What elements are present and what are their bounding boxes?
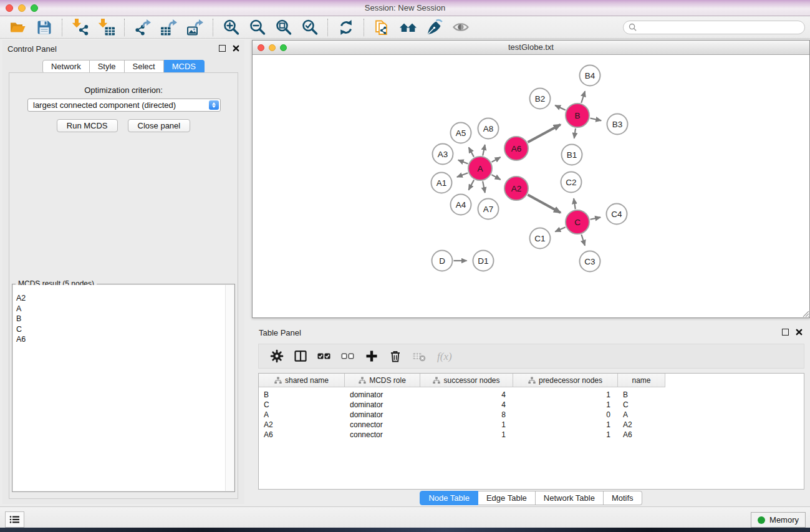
graph-node-A7[interactable]: A7 (478, 199, 499, 220)
column-header-successor-nodes[interactable]: successor nodes (420, 374, 513, 387)
column-header-MCDS-role[interactable]: MCDS role (345, 374, 420, 387)
close-network-window-button[interactable] (258, 44, 264, 51)
deselect-all-checks-icon[interactable] (341, 349, 355, 363)
resize-grip-icon[interactable] (801, 309, 809, 317)
graph-node-C1[interactable]: C1 (530, 228, 551, 249)
table-row[interactable]: A2connector11A2 (259, 420, 804, 430)
zoom-selected-icon[interactable] (301, 19, 319, 36)
graph-edge-B-B1[interactable] (574, 128, 576, 138)
import-network-icon[interactable] (72, 19, 89, 36)
graph-node-A3[interactable]: A3 (433, 144, 453, 165)
graph-edge-A6-B[interactable] (528, 125, 560, 142)
tab-network-table[interactable]: Network Table (536, 491, 604, 505)
close-window-button[interactable] (6, 4, 13, 12)
graph-node-A5[interactable]: A5 (451, 123, 471, 143)
graph-node-C3[interactable]: C3 (580, 251, 600, 272)
close-panel-icon[interactable] (233, 45, 239, 52)
result-list-item[interactable]: C (16, 324, 234, 335)
zoom-out-icon[interactable] (249, 19, 266, 36)
task-history-button[interactable] (5, 511, 24, 528)
graph-edge-B-B3[interactable] (591, 118, 602, 120)
export-table-icon[interactable] (160, 19, 178, 36)
run-mcds-button[interactable]: Run MCDS (57, 119, 118, 132)
graph-node-B[interactable]: B (566, 104, 589, 127)
select-all-checks-icon[interactable] (317, 349, 331, 363)
graph-edge-A2-C[interactable] (528, 195, 560, 213)
graph-edge-A-A8[interactable] (483, 145, 485, 155)
close-table-panel-icon[interactable] (796, 329, 803, 336)
graph-node-A6[interactable]: A6 (504, 137, 528, 160)
graph-edge-B-B4[interactable] (581, 91, 585, 103)
zoom-fit-icon[interactable] (275, 19, 292, 36)
graph-node-A1[interactable]: A1 (432, 173, 452, 193)
close-panel-button[interactable]: Close panel (128, 119, 191, 132)
table-row[interactable]: Cdominator41C (259, 400, 804, 410)
graph-node-B2[interactable]: B2 (530, 89, 551, 109)
column-header-predecessor-nodes[interactable]: predecessor nodes (513, 374, 618, 387)
graph-edge-C-C4[interactable] (591, 217, 600, 219)
graph-edge-A-A1[interactable] (457, 173, 468, 177)
graph-node-A[interactable]: A (468, 157, 492, 180)
save-session-icon[interactable] (36, 19, 53, 36)
graph-node-C2[interactable]: C2 (561, 172, 582, 193)
result-list-scrollbar[interactable] (225, 285, 234, 491)
tab-select[interactable]: Select (125, 60, 164, 74)
import-table-icon[interactable] (98, 19, 115, 36)
graph-edge-C-C2[interactable] (574, 198, 576, 209)
graph-edge-A-A6[interactable] (491, 157, 500, 162)
graph-node-B4[interactable]: B4 (580, 65, 600, 86)
table-settings-gear-icon[interactable] (270, 349, 284, 363)
graph-edge-B-B2[interactable] (555, 105, 566, 110)
show-graphics-details-icon[interactable] (426, 19, 443, 36)
tab-style[interactable]: Style (90, 60, 125, 74)
tab-motifs[interactable]: Motifs (604, 491, 642, 505)
graph-edge-A-A2[interactable] (491, 175, 500, 180)
tab-edge-table[interactable]: Edge Table (478, 491, 536, 505)
graph-node-C4[interactable]: C4 (607, 204, 627, 225)
graph-edge-A-A7[interactable] (483, 181, 485, 193)
graph-edge-A-A3[interactable] (458, 160, 468, 163)
refresh-layout-icon[interactable] (337, 19, 355, 36)
tab-node-table[interactable]: Node Table (420, 491, 478, 505)
open-session-icon[interactable] (9, 19, 27, 36)
result-list-item[interactable]: A (16, 304, 234, 314)
delete-row-icon[interactable] (388, 349, 402, 363)
optimization-criterion-select[interactable]: largest connected component (directed) (27, 99, 221, 112)
graph-edge-A-A4[interactable] (468, 180, 474, 190)
graph-node-A8[interactable]: A8 (478, 118, 499, 139)
birdseye-view-icon[interactable] (452, 19, 470, 36)
export-network-icon[interactable] (134, 19, 152, 36)
minimize-network-window-button[interactable] (269, 44, 276, 51)
float-table-panel-icon[interactable] (782, 329, 789, 336)
graph-edge-C-C1[interactable] (555, 227, 565, 231)
graph-node-B1[interactable]: B1 (562, 145, 582, 165)
mcds-result-list[interactable]: A2ABCA6 (13, 285, 234, 491)
export-image-icon[interactable] (186, 19, 204, 36)
tab-network[interactable]: Network (42, 60, 90, 74)
tab-mcds[interactable]: MCDS (164, 60, 205, 74)
column-visibility-icon[interactable] (294, 349, 307, 363)
column-header-shared-name[interactable]: shared name (259, 374, 345, 387)
zoom-window-button[interactable] (31, 4, 38, 12)
graph-node-D1[interactable]: D1 (473, 251, 494, 271)
graph-node-A4[interactable]: A4 (451, 195, 471, 215)
add-column-icon[interactable] (365, 349, 378, 363)
result-list-item[interactable]: A6 (16, 334, 234, 345)
search-input[interactable] (640, 22, 799, 32)
result-list-item[interactable]: A2 (16, 293, 234, 304)
result-list-item[interactable]: B (16, 314, 234, 324)
zoom-in-icon[interactable] (223, 19, 240, 36)
graph-edge-A-A5[interactable] (469, 147, 474, 157)
float-panel-icon[interactable] (219, 45, 226, 52)
clone-network-icon[interactable] (374, 19, 391, 36)
graph-edge-C-C3[interactable] (581, 235, 585, 246)
search-box[interactable] (623, 21, 805, 34)
minimize-window-button[interactable] (18, 4, 26, 12)
memory-button[interactable]: Memory (751, 512, 806, 528)
graph-node-C[interactable]: C (566, 210, 589, 234)
network-canvas[interactable]: AA1A3A5A8A4A7A6A2BB2B4B3B1CC2C4C1C3DD1 (253, 55, 809, 317)
column-header-name[interactable]: name (618, 374, 665, 387)
graph-node-B3[interactable]: B3 (607, 114, 628, 135)
table-row[interactable]: Bdominator41B (259, 390, 804, 400)
table-row[interactable]: Adominator80A (259, 410, 804, 420)
